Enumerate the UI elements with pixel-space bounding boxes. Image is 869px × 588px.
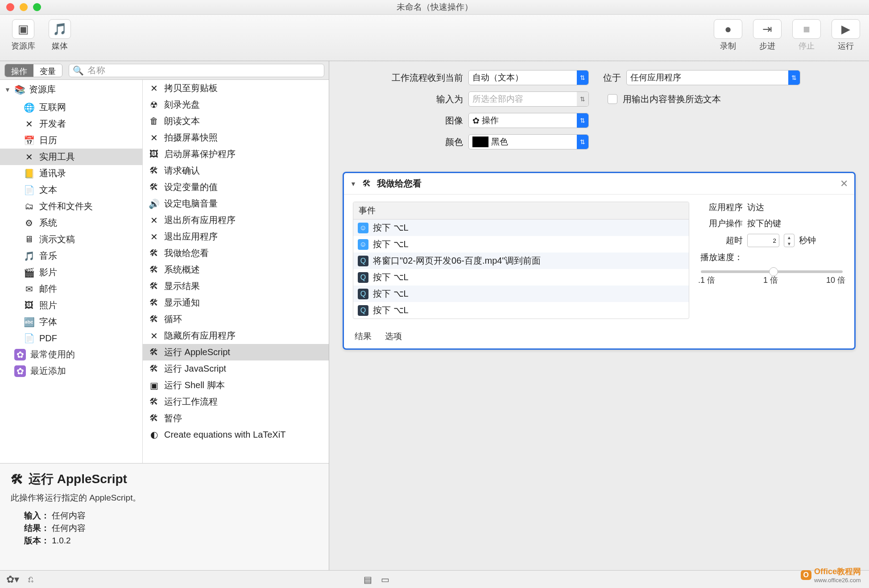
action-title: 我做给您看 <box>377 178 422 190</box>
action-item[interactable]: ✕拍摄屏幕快照 <box>143 129 329 146</box>
category-item[interactable]: 🖥演示文稿 <box>0 231 142 248</box>
category-item[interactable]: 🔤字体 <box>0 314 142 330</box>
action-label: 拷贝至剪贴板 <box>164 82 218 94</box>
event-row[interactable]: Q按下 ⌥L <box>353 302 689 319</box>
action-item[interactable]: 🔊设定电脑音量 <box>143 195 329 212</box>
disclosure-triangle-icon[interactable]: ▼ <box>4 86 11 93</box>
action-item[interactable]: ▣运行 Shell 脚本 <box>143 377 329 393</box>
stop-button[interactable]: ■ 停止 <box>790 19 823 51</box>
action-item[interactable]: 🛠系统概述 <box>143 261 329 278</box>
category-item[interactable]: 📄文本 <box>0 182 142 198</box>
action-item[interactable]: 🛠显示结果 <box>143 278 329 294</box>
category-icon: 🔤 <box>23 316 35 328</box>
action-item[interactable]: ✕拷贝至剪贴板 <box>143 80 329 96</box>
action-item[interactable]: 🗑朗读文本 <box>143 113 329 129</box>
cfg-receives-select[interactable]: 自动（文本）⇅ <box>468 70 589 85</box>
action-item[interactable]: 🛠请求确认 <box>143 162 329 179</box>
watermark: O Office教程网 www.office26.com <box>801 566 861 584</box>
event-row[interactable]: Q按下 ⌥L <box>353 286 689 302</box>
cfg-inputas-select[interactable]: 所选全部内容⇅ <box>468 91 589 107</box>
description-panel: 🛠运行 AppleScript 此操作将运行指定的 AppleScript。 输… <box>0 463 329 570</box>
timeout-stepper[interactable]: ▲▼ <box>784 234 795 247</box>
view-list-icon[interactable]: ▤ <box>364 574 372 585</box>
speed-slider[interactable]: .1 倍 1 倍 10 倍 <box>698 270 845 286</box>
action-item[interactable]: 🛠运行 AppleScript <box>143 344 329 360</box>
category-item[interactable]: 📄PDF <box>0 330 142 346</box>
flow-icon[interactable]: ⎌ <box>28 574 33 584</box>
media-icon: 🎵 <box>49 19 71 39</box>
search-input[interactable]: 🔍 名称 <box>69 64 324 77</box>
smart-folder-item[interactable]: ✿最近添加 <box>0 363 142 379</box>
category-item[interactable]: ✉邮件 <box>0 281 142 297</box>
category-item[interactable]: 🗂文件和文件夹 <box>0 198 142 215</box>
app-value: 访达 <box>747 202 764 213</box>
category-item[interactable]: 🌐互联网 <box>0 99 142 116</box>
disclosure-triangle-icon[interactable]: ▼ <box>350 180 356 187</box>
library-icon: ▣ <box>12 19 34 39</box>
category-item[interactable]: 📒通讯录 <box>0 165 142 182</box>
action-tab-options[interactable]: 选项 <box>385 331 402 342</box>
category-item[interactable]: ✕实用工具 <box>0 149 142 165</box>
action-item[interactable]: 🛠暂停 <box>143 410 329 427</box>
action-icon: ✕ <box>148 231 160 243</box>
action-item[interactable]: 🛠循环 <box>143 311 329 327</box>
category-item[interactable]: ⚙系统 <box>0 215 142 231</box>
action-item[interactable]: ✕隐藏所有应用程序 <box>143 327 329 344</box>
event-row[interactable]: ☺按下 ⌥L <box>353 219 689 236</box>
cfg-in-label: 位于 <box>594 72 621 84</box>
library-root[interactable]: ▼ 📚 资源库 <box>0 80 142 99</box>
action-icon: 🛠 <box>148 347 160 358</box>
cfg-replace-checkbox[interactable] <box>608 94 617 104</box>
action-label: 设定变量的值 <box>164 181 218 193</box>
action-item[interactable]: ☢刻录光盘 <box>143 96 329 113</box>
category-label: PDF <box>39 333 57 344</box>
cfg-in-select[interactable]: 任何应用程序⇅ <box>626 70 800 85</box>
close-window-icon[interactable] <box>6 3 14 11</box>
action-item[interactable]: 🛠我做给您看 <box>143 245 329 261</box>
action-label: 我做给您看 <box>164 247 209 259</box>
search-placeholder: 名称 <box>87 64 105 76</box>
action-item[interactable]: ✕退出应用程序 <box>143 228 329 245</box>
library-button[interactable]: ▣ 资源库 <box>6 19 40 51</box>
action-item[interactable]: ✕退出所有应用程序 <box>143 212 329 228</box>
category-item[interactable]: ✕开发者 <box>0 116 142 132</box>
category-item[interactable]: 🖼照片 <box>0 297 142 314</box>
close-action-icon[interactable]: ✕ <box>840 178 848 190</box>
media-button[interactable]: 🎵 媒体 <box>43 19 77 51</box>
step-icon: ⇥ <box>753 19 782 39</box>
cfg-image-select[interactable]: ✿ 操作⇅ <box>468 113 589 128</box>
action-label: 退出应用程序 <box>164 231 218 243</box>
gear-icon[interactable]: ✿▾ <box>6 574 19 585</box>
event-row[interactable]: Q将窗口"02-网页开发06-百度.mp4"调到前面 <box>353 253 689 269</box>
action-icon: 🛠 <box>148 182 160 193</box>
event-row[interactable]: ☺按下 ⌥L <box>353 236 689 253</box>
minimize-window-icon[interactable] <box>20 3 28 11</box>
action-item[interactable]: 🛠运行工作流程 <box>143 393 329 410</box>
category-item[interactable]: 🎬影片 <box>0 264 142 281</box>
smart-folder-item[interactable]: ✿最常使用的 <box>0 346 142 363</box>
slider-thumb[interactable] <box>769 267 778 276</box>
action-label: 显示通知 <box>164 297 200 309</box>
zoom-window-icon[interactable] <box>33 3 41 11</box>
action-item[interactable]: ◐Create equations with LaTeXiT <box>143 427 329 443</box>
run-button[interactable]: ▶ 运行 <box>829 19 863 51</box>
action-icon: 🛠 <box>148 314 160 325</box>
action-item[interactable]: 🖼启动屏幕保护程序 <box>143 146 329 162</box>
step-button[interactable]: ⇥ 步进 <box>750 19 784 51</box>
action-tab-result[interactable]: 结果 <box>355 331 372 342</box>
record-button[interactable]: ● 录制 <box>711 19 745 51</box>
event-row[interactable]: Q按下 ⌥L <box>353 269 689 286</box>
timeout-label: 超时 <box>698 235 743 246</box>
tab-variables[interactable]: 变量 <box>33 64 62 77</box>
cfg-color-select[interactable]: 黑色⇅ <box>468 134 589 149</box>
category-item[interactable]: 🎵音乐 <box>0 248 142 264</box>
action-item[interactable]: 🛠设定变量的值 <box>143 179 329 195</box>
action-icon: 🛠 <box>148 165 160 177</box>
event-header: 事件 <box>353 202 689 219</box>
tab-actions[interactable]: 操作 <box>5 64 33 77</box>
category-item[interactable]: 📅日历 <box>0 132 142 149</box>
action-item[interactable]: 🛠运行 JavaScript <box>143 360 329 377</box>
view-grid-icon[interactable]: ▭ <box>381 574 389 585</box>
action-item[interactable]: 🛠显示通知 <box>143 294 329 311</box>
timeout-input[interactable] <box>747 234 779 247</box>
